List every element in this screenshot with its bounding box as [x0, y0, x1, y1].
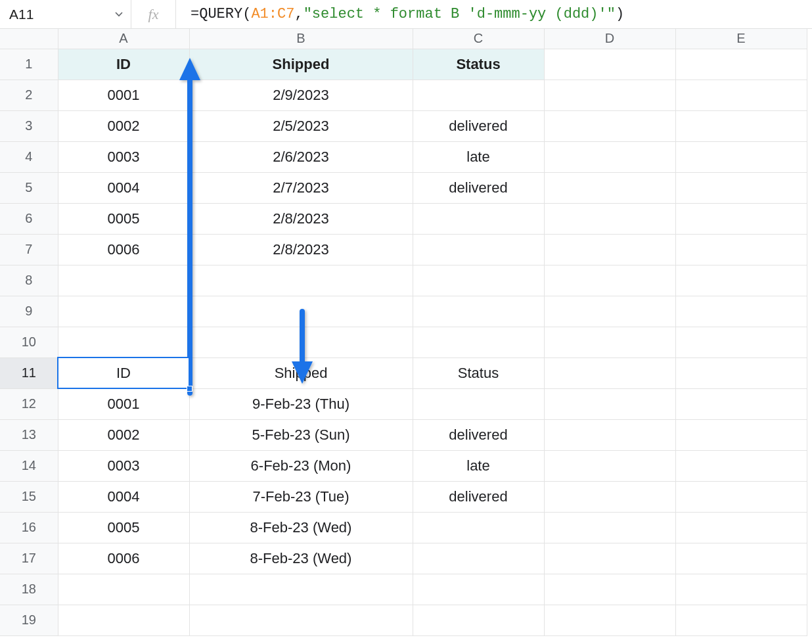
cell-D2[interactable] [544, 80, 675, 110]
cell-C11[interactable]: Status [413, 357, 544, 388]
cell-B14[interactable]: 6-Feb-23 (Mon) [189, 450, 413, 481]
cell-B6[interactable]: 2/8/2023 [189, 203, 413, 234]
cell-B5[interactable]: 2/7/2023 [189, 172, 413, 203]
cell-B16[interactable]: 8-Feb-23 (Wed) [189, 512, 413, 543]
cell-B3[interactable]: 2/5/2023 [189, 110, 413, 141]
cell-D10[interactable] [544, 327, 675, 357]
row-head-10[interactable]: 10 [0, 327, 58, 357]
cell-A19[interactable] [58, 605, 189, 635]
cell-E13[interactable] [675, 419, 807, 450]
cell-C2[interactable] [413, 80, 544, 110]
cell-C8[interactable] [413, 265, 544, 296]
cell-A18[interactable] [58, 574, 189, 605]
cell-C1[interactable]: Status [413, 49, 544, 80]
row-head-17[interactable]: 17 [0, 543, 58, 574]
cell-D19[interactable] [544, 605, 675, 635]
cell-E3[interactable] [675, 110, 807, 141]
cell-D12[interactable] [544, 388, 675, 419]
cell-A13[interactable]: 0002 [58, 419, 189, 450]
cell-D16[interactable] [544, 512, 675, 543]
cell-A12[interactable]: 0001 [58, 388, 189, 419]
cell-D5[interactable] [544, 172, 675, 203]
row-head-8[interactable]: 8 [0, 265, 58, 296]
cell-C10[interactable] [413, 327, 544, 357]
row-head-15[interactable]: 15 [0, 481, 58, 512]
row-head-14[interactable]: 14 [0, 450, 58, 481]
cell-C13[interactable]: delivered [413, 419, 544, 450]
row-head-9[interactable]: 9 [0, 296, 58, 327]
cell-D3[interactable] [544, 110, 675, 141]
cell-C3[interactable]: delivered [413, 110, 544, 141]
row-head-11[interactable]: 11 [0, 357, 58, 388]
formula-input[interactable]: =QUERY(A1:C7,"select * format B 'd-mmm-y… [176, 0, 812, 28]
cell-A16[interactable]: 0005 [58, 512, 189, 543]
cell-E17[interactable] [675, 543, 807, 574]
row-head-5[interactable]: 5 [0, 172, 58, 203]
cell-B17[interactable]: 8-Feb-23 (Wed) [189, 543, 413, 574]
cell-B8[interactable] [189, 265, 413, 296]
cell-E11[interactable] [675, 357, 807, 388]
row-head-2[interactable]: 2 [0, 80, 58, 110]
cell-D4[interactable] [544, 141, 675, 172]
cell-B18[interactable] [189, 574, 413, 605]
cell-D11[interactable] [544, 357, 675, 388]
caret-down-icon[interactable] [115, 12, 123, 17]
cell-B19[interactable] [189, 605, 413, 635]
cell-B15[interactable]: 7-Feb-23 (Tue) [189, 481, 413, 512]
row-head-18[interactable]: 18 [0, 574, 58, 605]
row-head-16[interactable]: 16 [0, 512, 58, 543]
cell-C4[interactable]: late [413, 141, 544, 172]
cell-B2[interactable]: 2/9/2023 [189, 80, 413, 110]
cell-E5[interactable] [675, 172, 807, 203]
cell-D13[interactable] [544, 419, 675, 450]
cell-C16[interactable] [413, 512, 544, 543]
cell-A8[interactable] [58, 265, 189, 296]
cell-A7[interactable]: 0006 [58, 234, 189, 265]
cell-A4[interactable]: 0003 [58, 141, 189, 172]
cell-A3[interactable]: 0002 [58, 110, 189, 141]
spreadsheet-grid[interactable]: A B C D E 1IDShippedStatus200012/9/20233… [0, 29, 807, 636]
name-box[interactable]: A11 [0, 0, 131, 28]
cell-A11[interactable]: ID [58, 357, 189, 388]
cell-A1[interactable]: ID [58, 49, 189, 80]
cell-D6[interactable] [544, 203, 675, 234]
cell-C5[interactable]: delivered [413, 172, 544, 203]
cell-C19[interactable] [413, 605, 544, 635]
cell-C14[interactable]: late [413, 450, 544, 481]
cell-C9[interactable] [413, 296, 544, 327]
row-head-12[interactable]: 12 [0, 388, 58, 419]
cell-A2[interactable]: 0001 [58, 80, 189, 110]
cell-E18[interactable] [675, 574, 807, 605]
row-head-1[interactable]: 1 [0, 49, 58, 80]
cell-A9[interactable] [58, 296, 189, 327]
cell-A14[interactable]: 0003 [58, 450, 189, 481]
cell-B13[interactable]: 5-Feb-23 (Sun) [189, 419, 413, 450]
cell-C18[interactable] [413, 574, 544, 605]
cell-E10[interactable] [675, 327, 807, 357]
selection-handle[interactable] [187, 386, 192, 392]
cell-A5[interactable]: 0004 [58, 172, 189, 203]
cell-B11[interactable]: Shipped [189, 357, 413, 388]
cell-E14[interactable] [675, 450, 807, 481]
cell-B1[interactable]: Shipped [189, 49, 413, 80]
col-head-A[interactable]: A [58, 29, 189, 49]
cell-B9[interactable] [189, 296, 413, 327]
cell-E19[interactable] [675, 605, 807, 635]
cell-D7[interactable] [544, 234, 675, 265]
col-head-E[interactable]: E [675, 29, 807, 49]
cell-B12[interactable]: 9-Feb-23 (Thu) [189, 388, 413, 419]
cell-E7[interactable] [675, 234, 807, 265]
cell-C6[interactable] [413, 203, 544, 234]
cell-D1[interactable] [544, 49, 675, 80]
row-head-6[interactable]: 6 [0, 203, 58, 234]
cell-D8[interactable] [544, 265, 675, 296]
col-head-D[interactable]: D [544, 29, 675, 49]
select-all-corner[interactable] [0, 29, 58, 49]
row-head-7[interactable]: 7 [0, 234, 58, 265]
row-head-13[interactable]: 13 [0, 419, 58, 450]
row-head-19[interactable]: 19 [0, 605, 58, 635]
cell-E16[interactable] [675, 512, 807, 543]
cell-A15[interactable]: 0004 [58, 481, 189, 512]
cell-B10[interactable] [189, 327, 413, 357]
cell-A6[interactable]: 0005 [58, 203, 189, 234]
